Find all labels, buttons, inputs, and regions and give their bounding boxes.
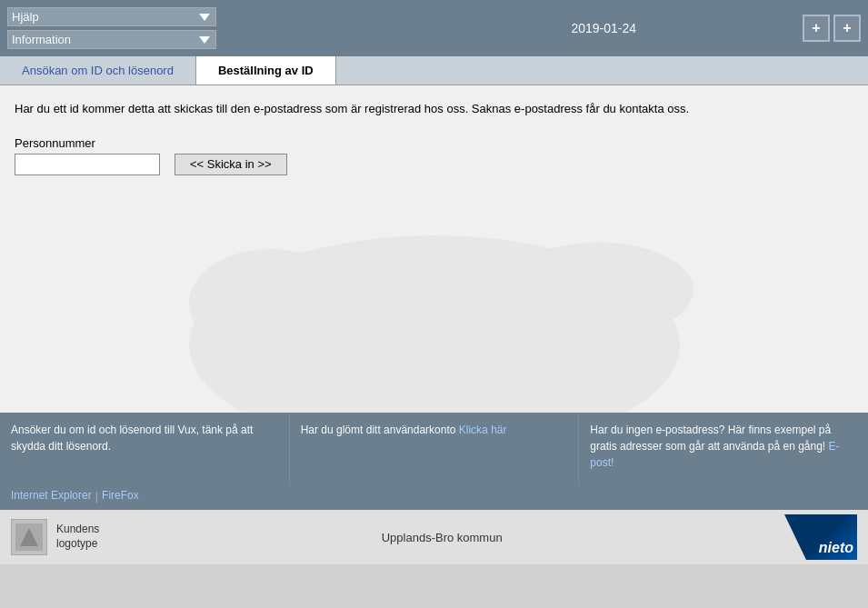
header: Hjälp Information 2019-01-24 + + <box>0 0 868 56</box>
tab-ansökan[interactable]: Ansökan om ID och lösenord <box>0 56 196 85</box>
tabs: Ansökan om ID och lösenord Beställning a… <box>0 56 868 85</box>
footer-col-1-text: Ansöker du om id och lösenord till Vux, … <box>11 424 253 453</box>
bottom-links: Internet Explorer | FireFox <box>0 485 868 510</box>
footer-col-2: Har du glömt ditt användarkonto Klicka h… <box>290 413 580 485</box>
submit-button[interactable]: << Skicka in >> <box>175 154 287 175</box>
nieto-text: nieto <box>819 540 853 556</box>
logo-area: Kundens logotype <box>11 519 99 555</box>
firefox-link[interactable]: FireFox <box>102 489 139 503</box>
dropdown-information[interactable]: Information <box>7 30 216 49</box>
tab-bestallning[interactable]: Beställning av ID <box>196 56 336 85</box>
main-content: Har du ett id kommer detta att skickas t… <box>0 85 868 413</box>
customer-logo-box <box>11 519 47 555</box>
ie-link[interactable]: Internet Explorer <box>11 489 92 503</box>
footer-col-1: Ansöker du om id och lösenord till Vux, … <box>0 413 290 485</box>
footer-bar: Ansöker du om id och lösenord till Vux, … <box>0 413 868 485</box>
header-date: 2019-01-24 <box>405 21 803 35</box>
icon-plus-1[interactable]: + <box>803 15 830 42</box>
personnummer-label: Personnummer <box>15 136 853 150</box>
dropdown-hjalp[interactable]: Hjälp <box>7 7 216 26</box>
icon-plus-2[interactable]: + <box>833 15 861 42</box>
municipality-name: Upplands-Bro kommun <box>99 531 784 544</box>
footer-col-2-text: Har du glömt ditt användarkonto <box>301 424 459 436</box>
customer-logo-icon <box>15 523 43 551</box>
header-icons: + + <box>803 15 861 42</box>
header-dropdowns: Hjälp Information <box>7 7 405 49</box>
forgot-account-link[interactable]: Klicka här <box>459 424 507 436</box>
footer-col-3: Har du ingen e-postadress? Här finns exe… <box>579 413 868 485</box>
main-info-text: Har du ett id kommer detta att skickas t… <box>15 100 853 118</box>
form-row: << Skicka in >> <box>15 154 853 175</box>
personnummer-input[interactable] <box>15 154 160 175</box>
customer-logo-text: Kundens logotype <box>56 523 99 551</box>
footer-col-3-text: Har du ingen e-postadress? Här finns exe… <box>590 424 831 453</box>
nieto-logo: nieto <box>784 514 857 560</box>
link-separator: | <box>95 489 98 503</box>
very-bottom: Kundens logotype Upplands-Bro kommun nie… <box>0 510 868 564</box>
